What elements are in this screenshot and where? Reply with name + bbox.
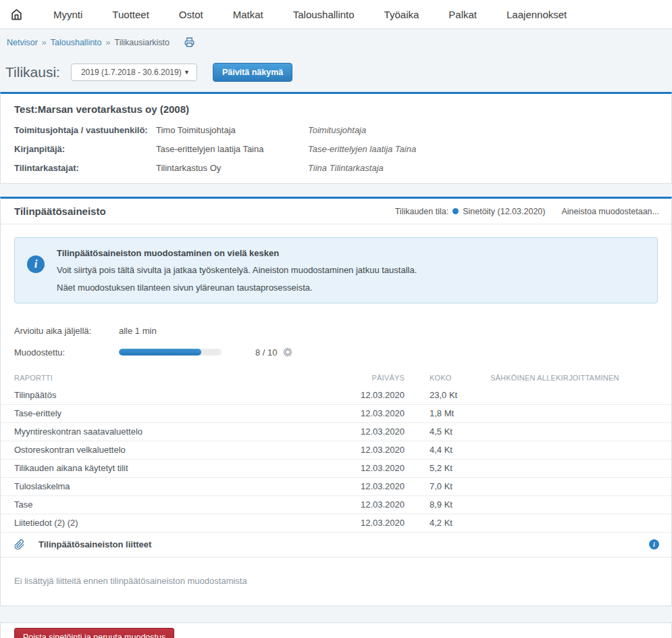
- financial-statements-panel: Tilinpäätösaineisto Tilikauden tila: Sin…: [0, 197, 672, 606]
- report-date: 12.03.2020: [337, 463, 405, 473]
- table-row[interactable]: Myyntireskontran saatavaluettelo 12.03.2…: [1, 423, 671, 441]
- column-header-allekirjoittaminen: SÄHKÖINEN ALLEKIRJOITTAMINEN: [490, 374, 658, 382]
- table-row[interactable]: Tilikauden aikana käytetyt tilit 12.03.2…: [1, 460, 671, 478]
- reports-table-header: RAPORTTI PÄIVÄYS KOKO SÄHKÖINEN ALLEKIRJ…: [1, 369, 671, 387]
- nav-item-ostot[interactable]: Ostot: [179, 9, 203, 20]
- column-header-koko: KOKO: [405, 374, 490, 382]
- company-row-label: Kirjanpitäjä:: [14, 144, 156, 154]
- report-size: 4,5 Kt: [405, 426, 490, 437]
- info-icon-small[interactable]: i: [649, 539, 659, 549]
- nav-item-matkat[interactable]: Matkat: [233, 9, 263, 20]
- notice-line: Näet muodostuksen tilanteen sivun yläreu…: [57, 283, 644, 293]
- update-view-button[interactable]: Päivitä näkymä: [213, 63, 292, 82]
- report-name: Tase-erittely: [14, 408, 337, 418]
- period-label: Tilikausi:: [5, 64, 60, 80]
- company-row-note: Tiina Tilintarkastaja: [308, 163, 658, 173]
- table-row[interactable]: Tase 12.03.2020 8,9 Kt: [1, 496, 671, 514]
- breadcrumb: Netvisor » Taloushallinto » Tilikausiark…: [0, 29, 672, 53]
- company-row-auditors: Tilintarkastajat: Tilintarkastus Oy Tiin…: [14, 163, 658, 173]
- report-name: Ostoreskontran velkaluettelo: [14, 445, 337, 455]
- company-title: Test:Marsan verotarkastus oy (2008): [14, 103, 658, 115]
- report-name: Liitetiedot (2) (2): [14, 518, 337, 528]
- main-menu: Myynti Tuotteet Ostot Matkat Taloushalli…: [53, 9, 567, 20]
- period-selector-row: Tilikausi: 2019 (1.7.2018 - 30.6.2019) ▼…: [0, 53, 672, 92]
- company-row-ceo: Toimitusjohtaja / vastuuhenkilö: Timo To…: [14, 125, 658, 135]
- company-panel: Test:Marsan verotarkastus oy (2008) Toim…: [0, 92, 672, 184]
- remove-seal-button[interactable]: Poista sinetöinti ja peruuta muodostus: [14, 628, 174, 638]
- report-name: Tilinpäätös: [14, 390, 337, 400]
- progress-count: 8 / 10: [255, 347, 278, 358]
- report-size: 5,2 Kt: [405, 463, 490, 473]
- spinner-icon: [283, 347, 292, 357]
- time-remaining-label: Arvioitu aika jäljellä:: [14, 326, 119, 336]
- table-row[interactable]: Ostoreskontran velkaluettelo 12.03.2020 …: [1, 441, 671, 460]
- reports-table: RAPORTTI PÄIVÄYS KOKO SÄHKÖINEN ALLEKIRJ…: [1, 369, 671, 533]
- generated-label: Muodostettu:: [14, 347, 119, 358]
- company-row-value: Tase-erittelyjen laatija Taina: [156, 144, 308, 154]
- nav-item-palkat[interactable]: Palkat: [448, 9, 477, 20]
- nav-item-tuotteet[interactable]: Tuotteet: [112, 9, 149, 20]
- report-date: 12.03.2020: [337, 408, 405, 418]
- company-row-value: Tilintarkastus Oy: [156, 163, 308, 173]
- company-row-note: Tase-erittelyjen laatija Taina: [308, 144, 658, 154]
- attachments-title: Tilinpäätösaineiston liitteet: [38, 539, 151, 549]
- period-select[interactable]: 2019 (1.7.2018 - 30.6.2019) ▼: [71, 64, 197, 81]
- nav-item-taloushallinto[interactable]: Taloushallinto: [293, 9, 355, 20]
- status-label: Tilikauden tila:: [395, 207, 448, 216]
- notice-body: Tilinpäätösaineiston muodostaminen on vi…: [57, 248, 644, 293]
- paperclip-icon: [14, 539, 25, 550]
- generated-row: Muodostettu: 8 / 10: [14, 347, 658, 358]
- report-date: 12.03.2020: [337, 426, 405, 437]
- company-row-label: Tilintarkastajat:: [14, 163, 156, 173]
- report-name: Myyntireskontran saatavaluettelo: [14, 426, 337, 437]
- report-date: 12.03.2020: [337, 481, 405, 491]
- report-size: 4,4 Kt: [405, 445, 490, 455]
- report-size: 23,0 Kt: [405, 390, 490, 400]
- company-row-value: Timo Toimitusjohtaja: [156, 125, 308, 135]
- status-extra: Aineistoa muodostetaan...: [561, 207, 659, 216]
- time-remaining-value: alle 1 min: [119, 326, 157, 336]
- progress-bar-fill: [119, 349, 201, 355]
- report-date: 12.03.2020: [337, 445, 405, 455]
- info-notice: i Tilinpäätösaineiston muodostaminen on …: [14, 237, 658, 303]
- table-row[interactable]: Liitetiedot (2) (2) 12.03.2020 4,2 Kt: [1, 514, 671, 533]
- company-row-accountant: Kirjanpitäjä: Tase-erittelyjen laatija T…: [14, 144, 658, 154]
- table-row[interactable]: Tase-erittely 12.03.2020 1,8 Mt: [1, 405, 671, 423]
- table-row[interactable]: Tuloslaskelma 12.03.2020 7,0 Kt: [1, 478, 671, 496]
- print-icon[interactable]: [184, 37, 195, 47]
- company-row-note: Toimitusjohtaja: [308, 125, 658, 135]
- report-size: 7,0 Kt: [405, 481, 490, 491]
- table-row[interactable]: Tilinpäätös 12.03.2020 23,0 Kt: [1, 387, 671, 405]
- time-remaining-row: Arvioitu aika jäljellä: alle 1 min: [14, 326, 658, 336]
- report-name: Tuloslaskelma: [14, 481, 337, 491]
- report-date: 12.03.2020: [337, 518, 405, 528]
- column-header-raportti: RAPORTTI: [14, 374, 337, 382]
- status-value: Sinetöity (12.03.2020): [463, 207, 545, 216]
- home-icon[interactable]: [11, 9, 22, 20]
- report-name: Tase: [14, 499, 337, 510]
- breadcrumb-link-taloushallinto[interactable]: Taloushallinto: [51, 38, 102, 47]
- breadcrumb-separator: »: [106, 38, 111, 47]
- panel-title: Tilinpäätösaineisto: [14, 205, 106, 217]
- report-name: Tilikauden aikana käytetyt tilit: [14, 463, 337, 473]
- panel-header: Tilinpäätösaineisto Tilikauden tila: Sin…: [1, 199, 671, 224]
- column-header-paivays: PÄIVÄYS: [337, 374, 405, 382]
- nav-item-myynti[interactable]: Myynti: [53, 9, 82, 20]
- breadcrumb-current: Tilikausiarkisto: [115, 38, 170, 47]
- period-select-value: 2019 (1.7.2018 - 30.6.2019): [81, 68, 182, 77]
- report-size: 1,8 Mt: [405, 408, 490, 418]
- progress-bar: [119, 349, 222, 355]
- attachments-header: Tilinpäätösaineiston liitteet i: [1, 533, 671, 558]
- company-row-label: Toimitusjohtaja / vastuuhenkilö:: [14, 125, 156, 135]
- report-size: 8,9 Kt: [405, 499, 490, 510]
- status-dot-icon: [453, 208, 459, 214]
- info-icon: i: [27, 255, 45, 273]
- progress-block: Arvioitu aika jäljellä: alle 1 min Muodo…: [1, 316, 671, 358]
- notice-title: Tilinpäätösaineiston muodostaminen on vi…: [57, 248, 644, 259]
- breadcrumb-link-netvisor[interactable]: Netvisor: [7, 38, 38, 47]
- nav-item-laajennokset[interactable]: Laajennokset: [507, 9, 567, 20]
- top-navigation: Myynti Tuotteet Ostot Matkat Taloushalli…: [0, 0, 672, 29]
- nav-item-tyoaika[interactable]: Työaika: [384, 9, 419, 20]
- attachments-empty-text: Ei lisättyjä liitteitä ennen tilinpäätös…: [1, 558, 671, 606]
- report-date: 12.03.2020: [337, 390, 405, 400]
